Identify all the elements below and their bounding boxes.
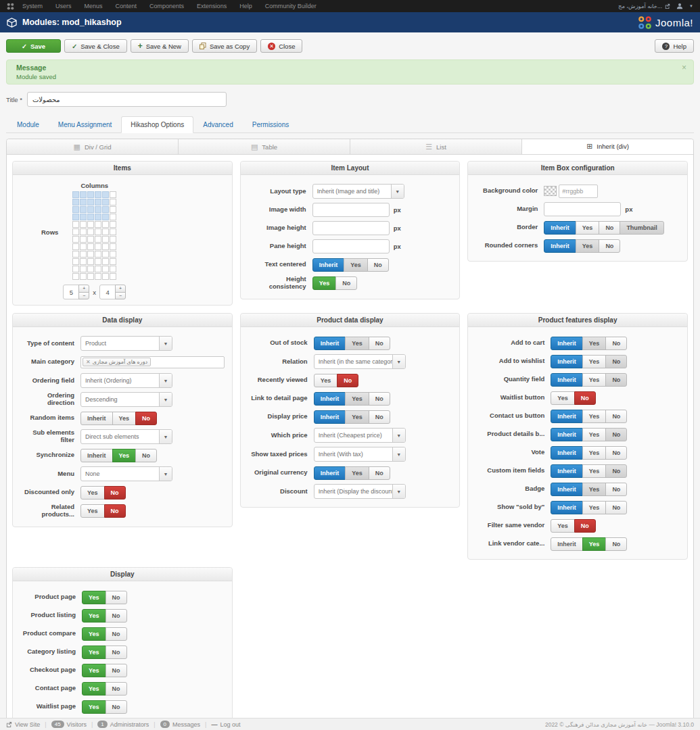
menu-select[interactable]: None ▼ — [80, 466, 172, 481]
yes-option[interactable]: Yes — [582, 410, 607, 423]
grid-cell[interactable] — [95, 251, 101, 258]
thumbnail-option[interactable]: Thumbnail — [620, 221, 664, 235]
no-option[interactable]: No — [106, 664, 127, 677]
no-option[interactable]: No — [605, 537, 627, 551]
grid-cell[interactable] — [80, 228, 87, 235]
grid-cell[interactable] — [87, 273, 94, 280]
grid-cell[interactable] — [87, 236, 94, 243]
grid-cell[interactable] — [102, 243, 109, 250]
yes-option[interactable]: Yes — [345, 392, 369, 406]
no-option[interactable]: No — [605, 337, 627, 350]
ordering-direction-select[interactable]: Descending ▼ — [80, 392, 172, 407]
grid-cell[interactable] — [80, 251, 87, 258]
grid-cell[interactable] — [102, 214, 109, 220]
no-option[interactable]: No — [104, 486, 126, 500]
help-button[interactable]: ? Help — [655, 39, 694, 53]
columns-increment-button[interactable]: + — [78, 285, 89, 293]
no-option[interactable]: No — [574, 519, 596, 533]
margin-input[interactable] — [544, 202, 621, 216]
tab-module[interactable]: Module — [7, 116, 49, 133]
no-option[interactable]: No — [106, 609, 127, 623]
yes-option[interactable]: Yes — [82, 609, 106, 623]
columns-count-input[interactable] — [63, 285, 79, 299]
grid-cell[interactable] — [72, 191, 79, 198]
tab-permissions[interactable]: Permissions — [243, 116, 298, 133]
inherit-option[interactable]: Inherit — [80, 412, 113, 425]
yes-option[interactable]: Yes — [576, 221, 600, 235]
grid-cell[interactable] — [80, 199, 87, 205]
no-option[interactable]: No — [605, 410, 627, 423]
yes-option[interactable]: Yes — [82, 646, 106, 659]
items-grid[interactable] — [72, 191, 116, 280]
inherit-option[interactable]: Inherit — [551, 428, 583, 441]
grid-cell[interactable] — [95, 273, 101, 280]
menu-system[interactable]: System — [22, 3, 43, 9]
grid-cell[interactable] — [110, 199, 116, 205]
yes-option[interactable]: Yes — [345, 337, 369, 350]
grid-cell[interactable] — [102, 273, 109, 280]
grid-cell[interactable] — [102, 266, 109, 272]
no-option[interactable]: No — [605, 428, 627, 441]
inherit-option[interactable]: Inherit — [551, 373, 583, 387]
close-button[interactable]: ✕ Close — [260, 39, 302, 53]
yes-option[interactable]: Yes — [582, 355, 607, 368]
yes-option[interactable]: Yes — [345, 410, 369, 424]
grid-cell[interactable] — [102, 199, 109, 205]
inherit-option[interactable]: Inherit — [80, 449, 113, 462]
inherit-option[interactable]: Inherit — [551, 355, 583, 368]
grid-cell[interactable] — [95, 191, 101, 198]
save-new-button[interactable]: + Save & New — [131, 39, 189, 53]
no-option[interactable]: No — [337, 374, 358, 387]
inherit-option[interactable]: Inherit — [551, 337, 583, 350]
grid-cell[interactable] — [110, 191, 116, 198]
grid-cell[interactable] — [110, 266, 116, 272]
grid-cell[interactable] — [95, 214, 101, 220]
color-swatch[interactable] — [544, 186, 557, 196]
user-icon[interactable] — [676, 3, 683, 9]
grid-cell[interactable] — [72, 236, 79, 243]
view-site-button[interactable]: View Site — [6, 721, 40, 728]
grid-cell[interactable] — [80, 191, 87, 198]
grid-cell[interactable] — [95, 236, 101, 243]
inherit-option[interactable]: Inherit — [551, 410, 583, 423]
grid-cell[interactable] — [95, 221, 101, 228]
no-option[interactable]: No — [369, 410, 390, 424]
tab-advanced[interactable]: Advanced — [193, 116, 242, 133]
grid-cell[interactable] — [72, 228, 79, 235]
ordering-field-select[interactable]: Inherit (Ordering) ▼ — [80, 373, 172, 388]
grid-cell[interactable] — [80, 221, 87, 228]
view-site-link[interactable]: خانه آموزش، مج... — [618, 3, 670, 9]
grid-cell[interactable] — [80, 236, 87, 243]
yes-option[interactable]: Yes — [112, 412, 137, 425]
yes-option[interactable]: Yes — [582, 501, 607, 514]
grid-cell[interactable] — [80, 243, 87, 250]
yes-option[interactable]: Yes — [551, 519, 575, 533]
background-color-input[interactable] — [559, 185, 598, 198]
yes-option[interactable]: Yes — [80, 504, 105, 518]
grid-cell[interactable] — [87, 191, 94, 198]
inherit-option[interactable]: Inherit — [544, 239, 576, 253]
chevron-down-icon[interactable]: ▼ — [689, 4, 693, 8]
tab-hikashop-options[interactable]: Hikashop Options — [121, 116, 193, 133]
no-option[interactable]: No — [574, 391, 596, 405]
grid-cell[interactable] — [87, 266, 94, 272]
grid-cell[interactable] — [80, 206, 87, 213]
columns-decrement-button[interactable]: − — [78, 292, 89, 300]
grid-cell[interactable] — [102, 251, 109, 258]
inherit-option[interactable]: Inherit — [314, 410, 346, 424]
grid-cell[interactable] — [72, 243, 79, 250]
inherit-option[interactable]: Inherit — [551, 483, 583, 496]
yes-option[interactable]: Yes — [345, 466, 369, 480]
no-option[interactable]: No — [104, 504, 126, 518]
yes-option[interactable]: Yes — [82, 682, 106, 696]
yes-option[interactable]: Yes — [82, 627, 106, 641]
no-option[interactable]: No — [605, 483, 627, 496]
main-category-input[interactable]: ✕ دوره های آموزش مجازی — [80, 356, 225, 368]
menu-content[interactable]: Content — [116, 3, 137, 9]
pane-height-input[interactable] — [312, 239, 390, 253]
no-option[interactable]: No — [367, 258, 389, 272]
rows-count-input[interactable] — [99, 285, 116, 299]
grid-cell[interactable] — [72, 273, 79, 280]
inherit-option[interactable]: Inherit — [544, 221, 576, 235]
no-option[interactable]: No — [335, 276, 357, 290]
